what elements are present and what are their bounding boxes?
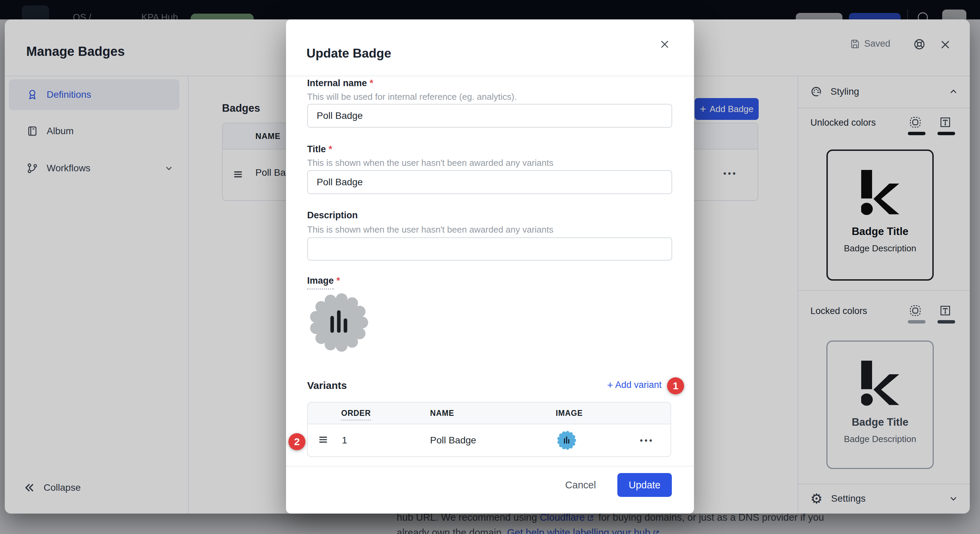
- column-header-name: NAME: [430, 409, 454, 418]
- modal-close-button[interactable]: [660, 39, 670, 49]
- annotation-step-2: 2: [288, 433, 305, 450]
- required-mark: *: [329, 144, 332, 154]
- variants-table: ORDER NAME IMAGE 1 Poll Badge •••: [307, 402, 671, 457]
- annotation-step-1: 1: [667, 377, 684, 394]
- internal-name-input[interactable]: [307, 104, 672, 128]
- badge-image[interactable]: [308, 292, 369, 353]
- title-input[interactable]: [307, 170, 672, 194]
- variant-badge-image: [557, 430, 576, 450]
- title-helper: This is shown when the user hasn't been …: [307, 158, 553, 168]
- description-helper: This is shown when the user hasn't been …: [307, 225, 553, 235]
- required-mark: *: [336, 276, 340, 286]
- divider: [286, 466, 694, 467]
- close-icon: [660, 39, 670, 49]
- variants-table-header: ORDER NAME IMAGE: [308, 403, 670, 424]
- drag-handle-icon[interactable]: [317, 434, 329, 445]
- title-label: Title*: [307, 144, 332, 155]
- plus-icon: +: [607, 380, 613, 390]
- variant-name: Poll Badge: [430, 435, 476, 446]
- internal-name-helper: This will be used for internal reference…: [307, 92, 517, 102]
- update-button[interactable]: Update: [617, 473, 672, 497]
- image-label: Image*: [307, 276, 340, 286]
- add-variant-label: Add variant: [615, 380, 662, 390]
- column-header-order: ORDER: [341, 409, 371, 421]
- column-header-image: IMAGE: [556, 409, 582, 418]
- add-variant-button[interactable]: + Add variant: [607, 380, 662, 390]
- cancel-button[interactable]: Cancel: [555, 473, 606, 497]
- required-mark: *: [370, 78, 374, 88]
- variant-row[interactable]: 1 Poll Badge •••: [308, 424, 670, 456]
- variant-order: 1: [342, 435, 347, 446]
- description-input[interactable]: [307, 238, 672, 260]
- divider: [286, 76, 694, 76]
- screenshot-stage: OS / KPA Hub hub URL. We recommend using…: [0, 0, 980, 534]
- description-label: Description: [307, 210, 358, 221]
- update-badge-modal: Update Badge Internal name* This will be…: [286, 19, 694, 513]
- modal-title: Update Badge: [307, 46, 391, 61]
- variants-heading: Variants: [307, 380, 347, 391]
- variant-menu-button[interactable]: •••: [640, 435, 654, 445]
- internal-name-label: Internal name*: [307, 78, 373, 89]
